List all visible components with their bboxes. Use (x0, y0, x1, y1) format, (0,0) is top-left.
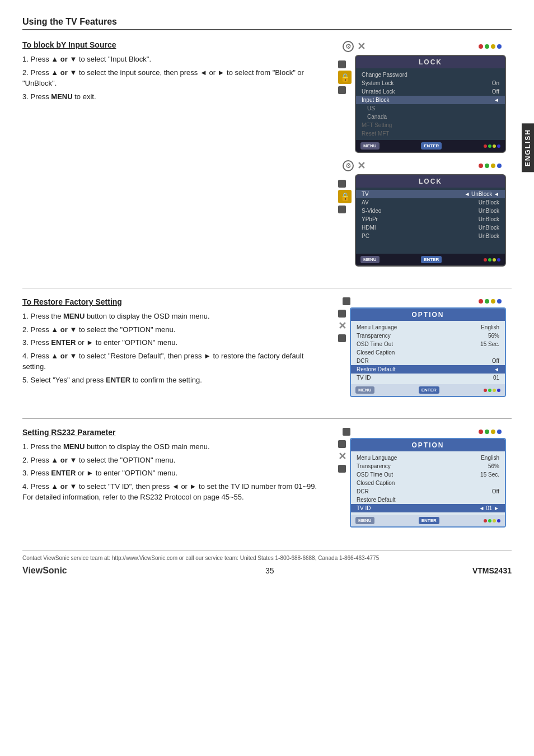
opt-row-trans-4: Transparency56% (351, 462, 505, 470)
page-footer: ViewSonic 35 VTMS2431 (22, 566, 512, 576)
remote-dot-yellow (491, 44, 495, 49)
tv-left-icon-2 (338, 86, 346, 94)
section3-steps: 1. Press the MENU button to display the … (22, 441, 327, 503)
opt-row-tvid-3: TV ID01 (351, 374, 505, 382)
step-2-3: 3. Press ENTER or ► to enter "OPTION" me… (22, 337, 327, 348)
step-1-2: 2. Press ▲ or ▼ to select the input sour… (22, 67, 327, 89)
page-title: Using the TV Features (22, 17, 512, 30)
option-menu-4: Menu LanguageEnglish Transparency56% OSD… (351, 451, 505, 515)
section1-title: To block bY Input Source (22, 40, 327, 49)
section-divider-1 (22, 288, 512, 288)
remote-dot-red (479, 44, 483, 49)
section2-steps: 1. Press the MENU button to display the … (22, 311, 327, 385)
section-restore-factory: To Restore Factory Setting 1. Press the … (22, 297, 512, 397)
x-icon: ✕ (357, 40, 366, 53)
footer-brand: ViewSonic (22, 566, 67, 576)
lock-row-ypbpr: YPbPrUnBlock (356, 215, 505, 223)
option-header-3: OPTION (351, 309, 505, 321)
opt-row-lang-4: Menu LanguageEnglish (351, 454, 505, 462)
enter-button-1: ENTER (421, 142, 442, 150)
section-rs232: Setting RS232 Parameter 1. Press the MEN… (22, 428, 512, 528)
screenshot-lock-unblock: ⚙ ✕ 🔒 (338, 160, 506, 267)
section2-title: To Restore Factory Setting (22, 297, 327, 306)
lock-menu-1: Change Password System LockOn Unrated Lo… (356, 68, 505, 140)
nav-dot-red-2b (484, 258, 487, 262)
step-3-2: 2. Press ▲ or ▼ to select the "OPTION" m… (22, 455, 327, 466)
remote-dot-yellow-2 (491, 164, 495, 168)
menu-button-1: MENU (360, 142, 380, 150)
opt-row-cc-3: Closed Caption (351, 348, 505, 357)
lock-header-1: LOCK (356, 56, 505, 68)
nav-dot-yellow-3b (493, 389, 496, 392)
nav-dot-blue-4b (497, 519, 500, 522)
opt-row-tvid-4: TV ID◄ 01 ► (351, 504, 505, 512)
nav-dot-green-4b (488, 519, 491, 522)
tv-left-icon-x-3: ✕ (338, 320, 346, 332)
tv-bottom-4: MENU ENTER (351, 515, 505, 526)
section2-screenshots: ✕ OPTION Menu LanguageEnglish Transparen… (338, 297, 512, 397)
step-1-3: 3. Press MENU to exit. (22, 91, 327, 102)
settings-icon-2: ⚙ (343, 160, 354, 171)
nav-dot-yellow-2b (493, 258, 496, 262)
remote-dot-green-3 (485, 299, 489, 304)
nav-dot-blue-1 (497, 144, 500, 148)
section3-text: Setting RS232 Parameter 1. Press the MEN… (22, 428, 327, 528)
tv-left-icon-x-4: ✕ (338, 450, 346, 463)
opt-row-osd-4: OSD Time Out15 Sec. (351, 470, 505, 479)
step-2-1: 1. Press the MENU button to display the … (22, 311, 327, 322)
lock-menu-2: TV◄ UnBlock ◄ AVUnBlock S-VideoUnBlock Y… (356, 188, 505, 254)
tv-screen-2: LOCK TV◄ UnBlock ◄ AVUnBlock S-VideoUnBl… (355, 174, 506, 267)
remote-dot-red-4 (479, 430, 483, 434)
remote-dot-green-2 (485, 164, 489, 168)
nav-dot-blue-2b (497, 258, 500, 262)
remote-dot-blue-4 (497, 430, 502, 434)
section2-text: To Restore Factory Setting 1. Press the … (22, 297, 327, 397)
step-3-3: 3. Press ENTER or ► to enter "OPTION" me… (22, 468, 327, 479)
remote-dot-green-4 (485, 430, 489, 434)
footer-page-number: 35 (265, 566, 274, 575)
lock-row-av: AVUnBlock (356, 198, 505, 207)
tv-screen-4: OPTION Menu LanguageEnglish Transparency… (350, 438, 506, 528)
nav-dot-green-3b (488, 389, 491, 392)
remote-dot-blue (497, 44, 502, 49)
tv-bottom-1: MENU ENTER (356, 140, 505, 152)
remote-dot-green (485, 44, 489, 49)
settings-icon: ⚙ (343, 41, 354, 52)
option-header-4: OPTION (351, 439, 505, 451)
tv-screen-1: LOCK Change Password System LockOn Unrat… (355, 55, 506, 153)
nav-dot-yellow-1 (493, 144, 496, 148)
remote-dot-yellow-3 (491, 299, 495, 304)
section-block-input: To block bY Input Source 1. Press ▲ or ▼… (22, 40, 512, 267)
screenshot-lock-input: ⚙ ✕ 🔒 (338, 40, 506, 153)
lock-row-mft-setting: MFT Setting (356, 121, 505, 129)
opt-row-dcr-3: DCROff (351, 357, 505, 365)
step-2-4: 4. Press ▲ or ▼ to select "Restore Defau… (22, 351, 327, 372)
opt-row-cc-4: Closed Caption (351, 479, 505, 487)
section1-text: To block bY Input Source 1. Press ▲ or ▼… (22, 40, 327, 267)
option-menu-3: Menu LanguageEnglish Transparency56% OSD… (351, 321, 505, 384)
tv-left-icon-7 (338, 440, 346, 448)
tv-bottom-2: MENU ENTER (356, 254, 505, 265)
tv-left-icon-lock: 🔒 (338, 71, 352, 84)
enter-button-3: ENTER (419, 386, 439, 394)
menu-button-4: MENU (355, 517, 374, 524)
section-divider-2 (22, 418, 512, 419)
remote-dot-blue-2 (497, 164, 502, 168)
remote-dot-red-2 (479, 164, 483, 168)
nav-dot-red-3b (484, 389, 487, 392)
nav-dot-green-2b (488, 258, 491, 262)
step-2-2: 2. Press ▲ or ▼ to select the "OPTION" m… (22, 324, 327, 335)
nav-dot-blue-3b (497, 389, 500, 392)
tv-left-icon-6 (338, 334, 346, 342)
lock-header-2: LOCK (356, 175, 505, 188)
opt-row-dcr-4: DCROff (351, 487, 505, 496)
remote-dot-blue-3 (497, 299, 502, 304)
tv-left-icon-lock-2: 🔒 (338, 190, 352, 203)
lock-row-reset-mft: Reset MFT (356, 129, 505, 138)
lock-row-hdmi: HDMIUnBlock (356, 223, 505, 232)
footer-contact: Contact ViewSonic service team at: http:… (22, 550, 512, 561)
lock-row-unrated: Unrated LockOff (356, 87, 505, 96)
opt-row-restore-4: Restore Default (351, 496, 505, 504)
tv-left-icon-4 (338, 206, 346, 213)
menu-button-2: MENU (360, 256, 380, 263)
